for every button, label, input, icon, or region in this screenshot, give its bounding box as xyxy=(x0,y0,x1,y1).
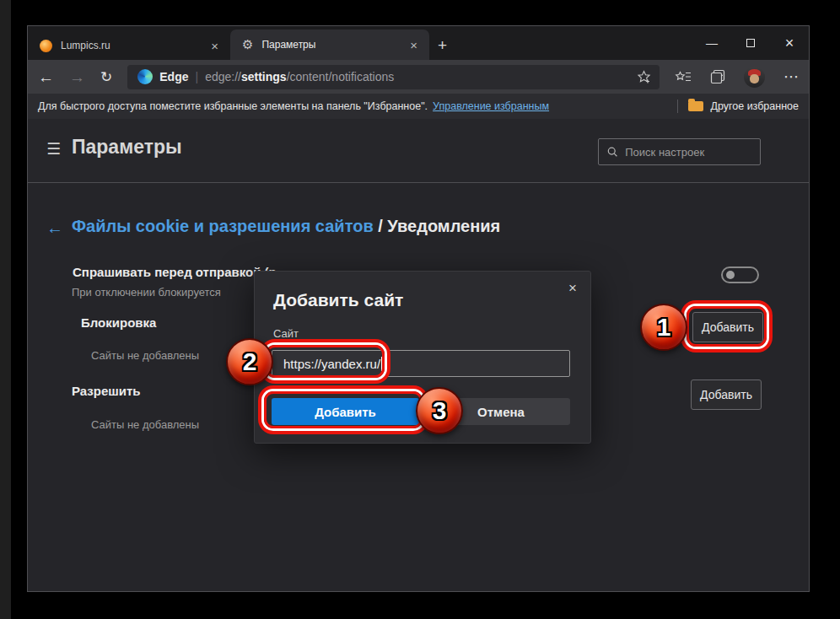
breadcrumb-link-cookies[interactable]: Файлы cookie и разрешения сайтов xyxy=(72,217,374,235)
toolbar-icons: ⋯ xyxy=(675,67,799,88)
highlight-box-step3 xyxy=(264,391,423,428)
maximize-button[interactable] xyxy=(731,26,770,60)
breadcrumb-current: Уведомления xyxy=(387,217,500,235)
url-host: settings xyxy=(241,70,287,83)
address-bar[interactable]: Edge | edge://settings/content/notificat… xyxy=(127,65,660,89)
other-favorites-button[interactable]: Другое избранное xyxy=(710,100,799,112)
favorites-notice: Для быстрого доступа поместите избранные… xyxy=(38,100,428,112)
settings-title: Параметры xyxy=(72,136,182,159)
settings-search-input[interactable] xyxy=(625,146,751,159)
dialog-close-icon[interactable]: × xyxy=(568,280,577,297)
gear-icon: ⚙ xyxy=(242,37,253,52)
more-menu-button[interactable]: ⋯ xyxy=(783,67,799,86)
search-icon xyxy=(607,146,617,158)
tab-close-icon[interactable]: × xyxy=(407,38,421,52)
tab-bar: Lumpics.ru × ⚙ Параметры × + — × xyxy=(28,26,809,60)
window-controls: — × xyxy=(692,26,809,60)
url-path: /content/notifications xyxy=(287,70,395,83)
block-empty-text: Сайты не добавлены xyxy=(91,349,199,362)
tab-title: Параметры xyxy=(261,39,407,51)
address-separator: | xyxy=(195,70,198,83)
manage-favorites-link[interactable]: Управление избранным xyxy=(433,100,549,112)
profile-avatar[interactable] xyxy=(744,67,765,88)
ask-before-sending-label: Спрашивать перед отправкой (р xyxy=(73,265,277,279)
tab-title: Lumpics.ru xyxy=(61,40,207,51)
collections-icon[interactable] xyxy=(710,69,725,84)
favorites-bar: Для быстрого доступа поместите избранные… xyxy=(28,94,809,119)
allow-section-title: Разрешить xyxy=(72,384,141,398)
highlight-box-step2 xyxy=(266,345,385,378)
screen-left-strip xyxy=(0,0,11,619)
tab-lumpics[interactable]: Lumpics.ru × xyxy=(28,31,230,60)
callout-step1: 1 xyxy=(640,304,687,351)
breadcrumb-back-icon[interactable]: ← xyxy=(46,218,63,238)
favorites-bar-icon[interactable] xyxy=(675,70,692,83)
url-text: edge://settings/content/notifications xyxy=(205,70,630,83)
add-favorite-star-icon[interactable] xyxy=(637,70,651,84)
refresh-button[interactable]: ↻ xyxy=(100,68,112,86)
maximize-icon xyxy=(746,39,755,47)
ask-before-sending-sublabel: При отключении блокируется xyxy=(72,286,221,299)
allow-empty-text: Сайты не добавлены xyxy=(91,418,199,431)
minimize-button[interactable]: — xyxy=(692,26,731,60)
dialog-title: Добавить сайт xyxy=(273,290,403,310)
edge-logo-icon xyxy=(137,69,153,84)
avatar-face xyxy=(750,74,759,83)
highlight-box-step1 xyxy=(687,306,767,347)
breadcrumb-separator: / xyxy=(374,217,388,235)
back-button[interactable]: ← xyxy=(38,69,54,85)
screenshot-root: Lumpics.ru × ⚙ Параметры × + — × ← → ↻ E… xyxy=(0,0,840,619)
settings-header: ☰ Параметры xyxy=(28,119,809,183)
close-button[interactable]: × xyxy=(770,26,809,60)
favorites-divider xyxy=(677,100,678,113)
edge-brand-label: Edge xyxy=(159,70,188,83)
new-tab-button[interactable]: + xyxy=(438,36,447,55)
ask-before-sending-toggle[interactable] xyxy=(721,266,759,283)
hamburger-menu-icon[interactable]: ☰ xyxy=(46,139,61,159)
site-field-label: Сайт xyxy=(273,327,299,340)
folder-tab xyxy=(688,99,695,102)
tab-close-icon[interactable]: × xyxy=(207,39,222,53)
browser-toolbar: ← → ↻ Edge | edge://settings/content/not… xyxy=(28,60,809,94)
block-section-title: Блокировка xyxy=(81,315,156,330)
forward-button[interactable]: → xyxy=(69,69,85,85)
lumpics-favicon-icon xyxy=(40,40,52,52)
settings-search-box[interactable] xyxy=(598,138,761,165)
breadcrumb: Файлы cookie и разрешения сайтов / Уведо… xyxy=(72,217,500,236)
tab-settings[interactable]: ⚙ Параметры × xyxy=(230,30,429,60)
allow-add-button[interactable]: Добавить xyxy=(691,379,762,410)
settings-content: ← Файлы cookie и разрешения сайтов / Уве… xyxy=(28,183,809,591)
folder-icon xyxy=(688,101,703,111)
toggle-knob xyxy=(726,271,735,279)
callout-step2: 2 xyxy=(226,338,273,385)
callout-step3: 3 xyxy=(416,387,463,434)
url-scheme: edge:// xyxy=(205,70,241,83)
